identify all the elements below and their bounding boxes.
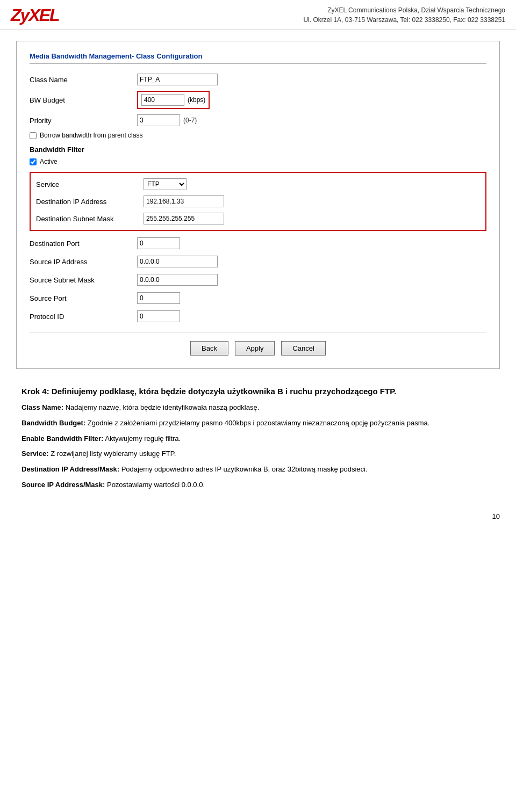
active-checkbox[interactable] <box>30 158 37 165</box>
dest-mask-label: Destination Subnet Mask <box>36 215 144 223</box>
class-name-explanation: Class Name: Nadajemy nazwę, która będzie… <box>22 402 494 414</box>
src-ip-input[interactable] <box>137 256 218 267</box>
company-logo: ZyXEL <box>11 5 59 25</box>
bw-budget-explanation: Bandwidth Budget: Zgodnie z założeniami … <box>22 418 494 429</box>
dest-port-row: Destination Port <box>30 236 486 250</box>
src-ip-desc-text: Pozostawiamy wartości 0.0.0.0. <box>107 481 205 489</box>
bw-budget-label: BW Budget <box>30 96 137 104</box>
logo-text: ZyXEL <box>11 5 59 25</box>
bw-budget-highlight: (kbps) <box>137 91 210 109</box>
step-title: Krok 4: Definiujemy podklasę, która będz… <box>22 385 494 398</box>
src-mask-label: Source Subnet Mask <box>30 276 137 284</box>
active-checkbox-row: Active <box>30 158 486 165</box>
dest-ip-desc-label: Destination IP Address/Mask: <box>22 465 119 473</box>
bw-budget-row: BW Budget (kbps) <box>30 91 486 109</box>
protocol-label: Protocol ID <box>30 313 137 321</box>
class-name-label: Class Name <box>30 76 137 84</box>
step-desc: Definiujemy podklasę, która będzie dotyc… <box>52 387 397 396</box>
bw-budget-desc-label: Bandwidth Budget: <box>22 419 85 427</box>
explanation-section: Krok 4: Definiujemy podklasę, która będz… <box>16 385 500 491</box>
priority-row: Priority (0-7) <box>30 113 486 127</box>
bw-budget-desc-text: Zgodnie z założeniami przydzielamy pasmo… <box>88 419 430 427</box>
priority-input[interactable] <box>137 114 180 126</box>
active-label: Active <box>40 158 58 165</box>
service-desc-label: Service: <box>22 450 49 458</box>
borrow-label: Borrow bandwidth from parent class <box>40 132 142 139</box>
service-label: Service <box>36 180 144 189</box>
protocol-row: Protocol ID <box>30 309 486 323</box>
bw-budget-input[interactable] <box>141 94 184 106</box>
button-row: Back Apply Cancel <box>30 341 486 356</box>
back-button[interactable]: Back <box>190 341 228 356</box>
dest-ip-explanation: Destination IP Address/Mask: Podajemy od… <box>22 464 494 475</box>
class-name-row: Class Name <box>30 73 486 86</box>
priority-label: Priority <box>30 117 137 125</box>
dest-ip-row: Destination IP Address <box>36 194 480 208</box>
config-panel: Media Bandwidth Management- Class Config… <box>16 41 500 369</box>
src-ip-desc-label: Source IP Address/Mask: <box>22 481 105 489</box>
service-row: Service FTP HTTP SMTP <box>36 177 480 191</box>
page-number: 10 <box>16 512 500 520</box>
enable-filter-desc-text: Aktywujemy regułę filtra. <box>105 434 181 443</box>
service-explanation: Service: Z rozwijanej listy wybieramy us… <box>22 448 494 460</box>
dest-port-input[interactable] <box>137 237 180 249</box>
divider <box>30 332 486 332</box>
service-desc-text: Z rozwijanej listy wybieramy usługę FTP. <box>51 450 176 458</box>
class-name-input[interactable] <box>137 74 218 85</box>
src-mask-row: Source Subnet Mask <box>30 273 486 287</box>
company-address: Ul. Okrzei 1A, 03-715 Warszawa, Tel: 022… <box>303 15 505 25</box>
cancel-button[interactable]: Cancel <box>281 341 325 356</box>
header-info: ZyXEL Communications Polska, Dział Wspar… <box>303 5 505 25</box>
main-content: Media Bandwidth Management- Class Config… <box>0 30 516 531</box>
src-port-label: Source Port <box>30 294 137 302</box>
protocol-input[interactable] <box>137 310 180 322</box>
service-select[interactable]: FTP HTTP SMTP <box>144 178 187 190</box>
dest-ip-desc-text: Podajemy odpowiednio adres IP użytkownik… <box>121 465 368 473</box>
dest-mask-input[interactable] <box>144 213 224 224</box>
src-port-input[interactable] <box>137 292 180 304</box>
src-port-row: Source Port <box>30 291 486 305</box>
priority-hint: (0-7) <box>183 117 197 124</box>
panel-title: Media Bandwidth Management- Class Config… <box>30 52 486 64</box>
company-name: ZyXEL Communications Polska, Dział Wspar… <box>303 5 505 15</box>
class-name-desc-text: Nadajemy nazwę, która będzie identyfikow… <box>66 403 260 411</box>
borrow-checkbox-row: Borrow bandwidth from parent class <box>30 132 486 139</box>
enable-filter-explanation: Enable Bandwidth Filter: Aktywujemy regu… <box>22 433 494 445</box>
dest-port-label: Destination Port <box>30 240 137 248</box>
filter-highlight-group: Service FTP HTTP SMTP Destination IP Add… <box>30 172 486 231</box>
dest-ip-label: Destination IP Address <box>36 198 144 206</box>
src-ip-explanation: Source IP Address/Mask: Pozostawiamy war… <box>22 480 494 491</box>
class-name-desc-label: Class Name: <box>22 403 63 411</box>
borrow-checkbox[interactable] <box>30 132 37 139</box>
enable-filter-label: Enable Bandwidth Filter: <box>22 434 103 443</box>
bandwidth-filter-title: Bandwidth Filter <box>30 146 486 154</box>
kbps-label: (kbps) <box>188 96 205 104</box>
src-ip-row: Source IP Address <box>30 255 486 269</box>
dest-ip-input[interactable] <box>144 195 224 207</box>
page-header: ZyXEL ZyXEL Communications Polska, Dział… <box>0 0 516 30</box>
apply-button[interactable]: Apply <box>235 341 275 356</box>
src-mask-input[interactable] <box>137 274 218 286</box>
src-ip-label: Source IP Address <box>30 258 137 266</box>
dest-mask-row: Destination Subnet Mask <box>36 212 480 226</box>
